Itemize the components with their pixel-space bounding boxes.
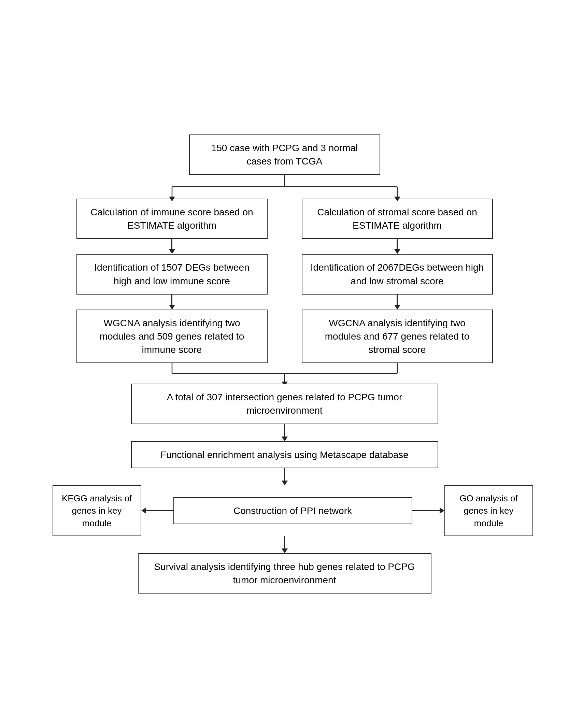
- branch-svg: [80, 175, 489, 199]
- arrow-intersection: [282, 424, 288, 441]
- kegg-side: KEGG analysis of genes in key module: [53, 485, 173, 536]
- arrowhead-left: [141, 508, 146, 514]
- ppi-text: Construction of PPI network: [233, 505, 352, 516]
- arrow-stromal-1: [394, 239, 400, 254]
- kegg-box: KEGG analysis of genes in key module: [53, 485, 141, 536]
- converge-lines: [80, 363, 489, 384]
- immune-score-text: Calculation of immune score based on EST…: [90, 207, 253, 231]
- arrow-immune-1: [169, 239, 175, 254]
- top-box: 150 case with PCPG and 3 normal cases fr…: [189, 134, 380, 175]
- immune-col: Calculation of immune score based on EST…: [80, 199, 264, 363]
- arrow-immune-2: [169, 295, 175, 310]
- degs-stromal-box: Identification of 2067DEGs between high …: [302, 254, 493, 294]
- converge-svg: [80, 363, 489, 384]
- wgcna-immune-box: WGCNA analysis identifying two modules a…: [76, 310, 268, 363]
- arrow-stromal-2: [394, 295, 400, 310]
- ppi-center: Construction of PPI network: [173, 497, 412, 524]
- kegg-text: KEGG analysis of genes in key module: [62, 493, 132, 528]
- top-box-text: 150 case with PCPG and 3 normal cases fr…: [211, 143, 358, 167]
- branch-lines: [80, 175, 489, 199]
- stromal-score-text: Calculation of stromal score based on ES…: [317, 207, 477, 231]
- split-row-1: Calculation of immune score based on EST…: [80, 199, 489, 363]
- survival-text: Survival analysis identifying three hub …: [154, 561, 415, 585]
- go-side: GO analysis of genes in key module: [412, 485, 533, 536]
- arrow-ppi: [282, 536, 288, 553]
- degs-stromal-text: Identification of 2067DEGs between high …: [311, 262, 484, 286]
- flowchart: 150 case with PCPG and 3 normal cases fr…: [46, 121, 524, 608]
- svg-marker-10: [282, 382, 288, 384]
- arrow-kegg: [141, 508, 173, 514]
- intersection-box: A total of 307 intersection genes relate…: [131, 384, 438, 424]
- go-box: GO analysis of genes in key module: [444, 485, 533, 536]
- stromal-score-box: Calculation of stromal score based on ES…: [302, 199, 493, 239]
- degs-immune-box: Identification of 1507 DEGs between high…: [76, 254, 268, 294]
- degs-immune-text: Identification of 1507 DEGs between high…: [94, 262, 250, 286]
- immune-score-box: Calculation of immune score based on EST…: [76, 199, 268, 239]
- hline-right: [412, 510, 440, 511]
- hline-left: [146, 510, 173, 511]
- enrichment-box: Functional enrichment analysis using Met…: [131, 441, 438, 468]
- ppi-box: Construction of PPI network: [173, 497, 412, 524]
- survival-box: Survival analysis identifying three hub …: [138, 553, 431, 594]
- ppi-row: KEGG analysis of genes in key module Con…: [53, 485, 517, 536]
- intersection-text: A total of 307 intersection genes relate…: [167, 392, 402, 416]
- arrow-enrichment: [282, 468, 288, 485]
- arrow-go: [412, 508, 444, 514]
- arrowhead-right: [440, 508, 444, 514]
- wgcna-stromal-box: WGCNA analysis identifying two modules a…: [302, 310, 493, 363]
- wgcna-immune-text: WGCNA analysis identifying two modules a…: [100, 318, 244, 355]
- go-text: GO analysis of genes in key module: [459, 493, 518, 528]
- stromal-col: Calculation of stromal score based on ES…: [305, 199, 489, 363]
- wgcna-stromal-text: WGCNA analysis identifying two modules a…: [325, 318, 469, 355]
- enrichment-text: Functional enrichment analysis using Met…: [160, 449, 409, 460]
